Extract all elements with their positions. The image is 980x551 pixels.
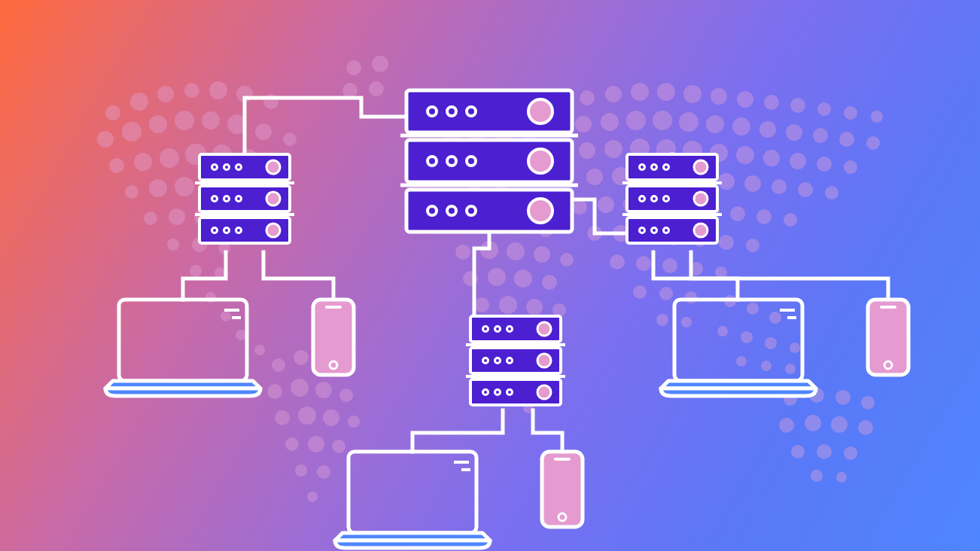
svg-point-78 (369, 81, 384, 96)
svg-point-77 (342, 83, 358, 98)
svg-point-69 (285, 437, 299, 451)
svg-point-210 (791, 445, 805, 458)
laptop-left (105, 300, 260, 396)
svg-point-31 (109, 158, 124, 173)
svg-point-125 (683, 85, 702, 103)
svg-point-166 (572, 199, 587, 215)
svg-point-200 (761, 361, 772, 371)
svg-point-153 (790, 153, 806, 169)
svg-point-39 (149, 179, 167, 197)
svg-point-126 (711, 88, 727, 105)
svg-point-156 (586, 169, 603, 185)
svg-point-142 (813, 128, 828, 143)
svg-point-184 (662, 258, 677, 273)
svg-point-187 (633, 285, 647, 299)
svg-point-174 (784, 213, 797, 227)
svg-point-129 (790, 98, 805, 113)
svg-point-65 (275, 410, 290, 425)
svg-point-58 (272, 358, 285, 372)
svg-point-44 (144, 212, 157, 225)
svg-point-141 (786, 124, 802, 141)
svg-point-30 (283, 132, 297, 146)
laptop-center (335, 452, 490, 548)
phone-left (313, 300, 354, 375)
svg-point-182 (610, 254, 625, 269)
svg-point-121 (580, 90, 595, 105)
svg-point-198 (790, 342, 800, 353)
svg-point-143 (839, 132, 854, 147)
svg-point-145 (579, 142, 595, 159)
svg-point-108 (474, 297, 489, 312)
svg-point-139 (732, 117, 750, 135)
svg-point-124 (657, 83, 675, 101)
svg-point-109 (499, 296, 517, 314)
svg-point-17 (130, 93, 148, 111)
svg-point-52 (190, 265, 202, 277)
svg-point-208 (831, 416, 848, 433)
svg-point-181 (746, 239, 759, 252)
svg-point-70 (308, 436, 324, 452)
svg-point-134 (601, 113, 619, 131)
svg-point-212 (844, 446, 857, 460)
svg-point-205 (861, 396, 875, 409)
svg-point-75 (346, 60, 361, 75)
svg-point-191 (681, 317, 692, 327)
svg-point-68 (348, 416, 360, 428)
svg-point-53 (215, 267, 225, 278)
svg-point-105 (488, 268, 506, 286)
svg-point-20 (209, 81, 227, 99)
svg-point-204 (835, 390, 851, 405)
svg-point-63 (315, 382, 332, 398)
svg-point-122 (605, 86, 622, 102)
svg-point-33 (160, 148, 179, 168)
svg-point-76 (372, 56, 388, 72)
svg-point-49 (167, 239, 179, 251)
svg-point-56 (236, 330, 246, 340)
svg-point-199 (736, 356, 747, 367)
svg-point-172 (730, 206, 745, 221)
svg-point-180 (719, 235, 734, 250)
svg-point-128 (764, 95, 779, 110)
svg-point-214 (836, 472, 847, 483)
svg-point-59 (294, 350, 309, 365)
svg-point-138 (706, 115, 724, 133)
svg-point-66 (298, 406, 316, 425)
svg-point-194 (769, 312, 781, 324)
svg-point-197 (765, 337, 777, 349)
svg-point-27 (202, 111, 220, 129)
svg-point-135 (626, 111, 646, 130)
svg-point-201 (785, 364, 796, 374)
svg-point-16 (105, 105, 120, 120)
svg-point-140 (759, 121, 776, 138)
svg-point-24 (122, 122, 142, 142)
svg-point-26 (175, 111, 194, 130)
svg-point-146 (604, 140, 622, 158)
svg-point-107 (542, 275, 557, 290)
svg-point-32 (134, 153, 152, 171)
svg-point-162 (744, 175, 761, 192)
svg-point-155 (844, 160, 857, 174)
svg-point-164 (798, 182, 813, 197)
svg-point-151 (736, 146, 754, 164)
svg-point-57 (254, 345, 265, 355)
svg-point-102 (534, 246, 550, 263)
svg-point-72 (295, 464, 307, 476)
network-diagram (0, 0, 980, 551)
svg-point-61 (267, 384, 282, 399)
diagram-svg (0, 0, 980, 551)
svg-point-25 (149, 115, 167, 133)
svg-point-206 (779, 418, 794, 433)
svg-point-131 (844, 106, 857, 120)
svg-point-74 (307, 492, 318, 502)
svg-point-190 (656, 314, 668, 326)
server-main (400, 90, 578, 232)
svg-point-188 (659, 287, 673, 300)
svg-point-101 (507, 242, 525, 260)
svg-point-18 (157, 86, 174, 102)
server-right (622, 154, 722, 243)
svg-point-193 (747, 303, 759, 315)
svg-point-127 (737, 91, 753, 108)
svg-point-106 (514, 269, 532, 288)
svg-point-55 (221, 311, 231, 321)
svg-point-165 (825, 186, 838, 199)
